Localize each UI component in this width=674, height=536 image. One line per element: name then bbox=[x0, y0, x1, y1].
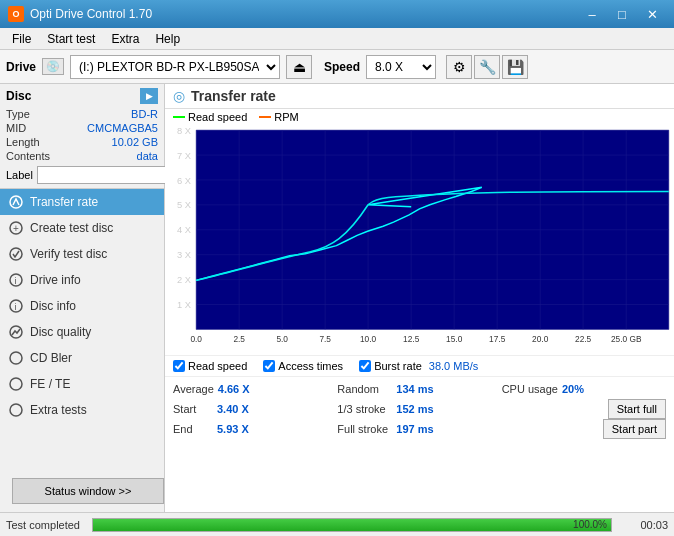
menu-start-test[interactable]: Start test bbox=[39, 30, 103, 48]
verify-test-disc-icon bbox=[8, 246, 24, 262]
time-text: 00:03 bbox=[618, 519, 668, 531]
menubar: File Start test Extra Help bbox=[0, 28, 674, 50]
chart-checkboxes: Read speed Access times Burst rate 38.0 … bbox=[165, 355, 674, 376]
speed-label: Speed bbox=[324, 60, 360, 74]
cd-bler-icon bbox=[8, 350, 24, 366]
nav-cd-bler-label: CD Bler bbox=[30, 351, 72, 365]
nav-item-cd-bler[interactable]: CD Bler bbox=[0, 345, 164, 371]
disc-label-label: Label bbox=[6, 169, 33, 181]
disc-quality-icon bbox=[8, 324, 24, 340]
disc-section: Disc ▶ Type BD-R MID CMCMAGBA5 Length 10… bbox=[0, 84, 164, 189]
main-layout: Disc ▶ Type BD-R MID CMCMAGBA5 Length 10… bbox=[0, 84, 674, 512]
app-icon: O bbox=[8, 6, 24, 22]
toolbar-icons: ⚙ 🔧 💾 bbox=[446, 55, 528, 79]
disc-contents-row: Contents data bbox=[6, 150, 158, 162]
svg-text:3 X: 3 X bbox=[177, 250, 191, 260]
nav-item-disc-info[interactable]: i Disc info bbox=[0, 293, 164, 319]
svg-text:7 X: 7 X bbox=[177, 151, 191, 161]
cpu-value: 20% bbox=[562, 383, 602, 395]
disc-icon-button[interactable]: ▶ bbox=[140, 88, 158, 104]
status-window-button[interactable]: Status window >> bbox=[12, 478, 164, 504]
maximize-button[interactable]: □ bbox=[608, 4, 636, 24]
start-part-button[interactable]: Start part bbox=[603, 419, 666, 439]
average-row: Average 4.66 X bbox=[173, 379, 337, 399]
svg-text:i: i bbox=[15, 276, 17, 286]
disc-contents-label: Contents bbox=[6, 150, 50, 162]
disc-mid-value: CMCMAGBA5 bbox=[87, 122, 158, 134]
status-text: Test completed bbox=[6, 519, 86, 531]
disc-mid-row: MID CMCMAGBA5 bbox=[6, 122, 158, 134]
menu-help[interactable]: Help bbox=[147, 30, 188, 48]
svg-text:2 X: 2 X bbox=[177, 275, 191, 285]
disc-mid-label: MID bbox=[6, 122, 26, 134]
checkbox-access-times: Access times bbox=[263, 360, 343, 372]
random-value: 134 ms bbox=[396, 383, 436, 395]
nav-disc-info-label: Disc info bbox=[30, 299, 76, 313]
nav-verify-test-disc-label: Verify test disc bbox=[30, 247, 107, 261]
statusbar: Test completed 100.0% 00:03 bbox=[0, 512, 674, 536]
svg-text:15.0: 15.0 bbox=[446, 335, 463, 344]
toolbar-icon-3[interactable]: 💾 bbox=[502, 55, 528, 79]
chart-legend: Read speed RPM bbox=[165, 109, 674, 125]
start-full-button[interactable]: Start full bbox=[608, 399, 666, 419]
nav-item-extra-tests[interactable]: Extra tests bbox=[0, 397, 164, 423]
status-window-area: Status window >> bbox=[0, 470, 164, 512]
fe-te-icon bbox=[8, 376, 24, 392]
stroke13-label: 1/3 stroke bbox=[337, 403, 392, 415]
progress-text: 100.0% bbox=[573, 519, 607, 531]
svg-text:5.0: 5.0 bbox=[276, 335, 288, 344]
end-row: End 5.93 X bbox=[173, 419, 337, 439]
toolbar-icon-2[interactable]: 🔧 bbox=[474, 55, 500, 79]
nav-item-fe-te[interactable]: FE / TE bbox=[0, 371, 164, 397]
nav-item-create-test-disc[interactable]: + Create test disc bbox=[0, 215, 164, 241]
nav-item-verify-test-disc[interactable]: Verify test disc bbox=[0, 241, 164, 267]
nav-item-drive-info[interactable]: i Drive info bbox=[0, 267, 164, 293]
svg-point-9 bbox=[10, 352, 22, 364]
access-times-checkbox[interactable] bbox=[263, 360, 275, 372]
stats-col-1: Average 4.66 X Start 3.40 X End 5.93 X bbox=[173, 379, 337, 439]
left-panel: Disc ▶ Type BD-R MID CMCMAGBA5 Length 10… bbox=[0, 84, 165, 512]
menu-extra[interactable]: Extra bbox=[103, 30, 147, 48]
minimize-button[interactable]: – bbox=[578, 4, 606, 24]
nav-item-transfer-rate[interactable]: Transfer rate bbox=[0, 189, 164, 215]
start-part-row: Start part bbox=[502, 419, 666, 439]
svg-text:25.0 GB: 25.0 GB bbox=[611, 335, 642, 344]
end-value: 5.93 X bbox=[217, 423, 262, 435]
svg-text:0.0: 0.0 bbox=[190, 335, 202, 344]
svg-point-11 bbox=[10, 404, 22, 416]
disc-label-input[interactable] bbox=[37, 166, 181, 184]
toolbar-icon-1[interactable]: ⚙ bbox=[446, 55, 472, 79]
drivebar: Drive 💿 (I:) PLEXTOR BD-R PX-LB950SA 1.0… bbox=[0, 50, 674, 84]
close-button[interactable]: ✕ bbox=[638, 4, 666, 24]
end-label: End bbox=[173, 423, 213, 435]
disc-type-label: Type bbox=[6, 108, 30, 120]
cpu-label: CPU usage bbox=[502, 383, 558, 395]
svg-text:6 X: 6 X bbox=[177, 176, 191, 186]
svg-text:+: + bbox=[13, 223, 19, 234]
svg-text:22.5: 22.5 bbox=[575, 335, 592, 344]
start-row: Start 3.40 X bbox=[173, 399, 337, 419]
app-title: Opti Drive Control 1.70 bbox=[30, 7, 152, 21]
svg-text:10.0: 10.0 bbox=[360, 335, 377, 344]
burst-rate-checkbox[interactable] bbox=[359, 360, 371, 372]
legend-read-speed-label: Read speed bbox=[188, 111, 247, 123]
read-speed-checkbox[interactable] bbox=[173, 360, 185, 372]
legend-read-speed: Read speed bbox=[173, 111, 247, 123]
svg-text:i: i bbox=[15, 302, 17, 312]
chart-title: Transfer rate bbox=[191, 88, 276, 104]
burst-rate-value: 38.0 MB/s bbox=[429, 360, 479, 372]
nav-item-disc-quality[interactable]: Disc quality bbox=[0, 319, 164, 345]
full-stroke-value: 197 ms bbox=[396, 423, 436, 435]
drive-select[interactable]: (I:) PLEXTOR BD-R PX-LB950SA 1.04 bbox=[70, 55, 280, 79]
stroke13-row: 1/3 stroke 152 ms bbox=[337, 399, 501, 419]
svg-text:20.0: 20.0 bbox=[532, 335, 549, 344]
speed-select[interactable]: 8.0 X4.0 X2.0 X bbox=[366, 55, 436, 79]
stroke13-value: 152 ms bbox=[396, 403, 436, 415]
nav-create-test-disc-label: Create test disc bbox=[30, 221, 113, 235]
eject-button[interactable]: ⏏ bbox=[286, 55, 312, 79]
drive-label: Drive bbox=[6, 60, 36, 74]
read-speed-checkbox-label: Read speed bbox=[188, 360, 247, 372]
full-stroke-row: Full stroke 197 ms bbox=[337, 419, 501, 439]
access-times-checkbox-label: Access times bbox=[278, 360, 343, 372]
menu-file[interactable]: File bbox=[4, 30, 39, 48]
